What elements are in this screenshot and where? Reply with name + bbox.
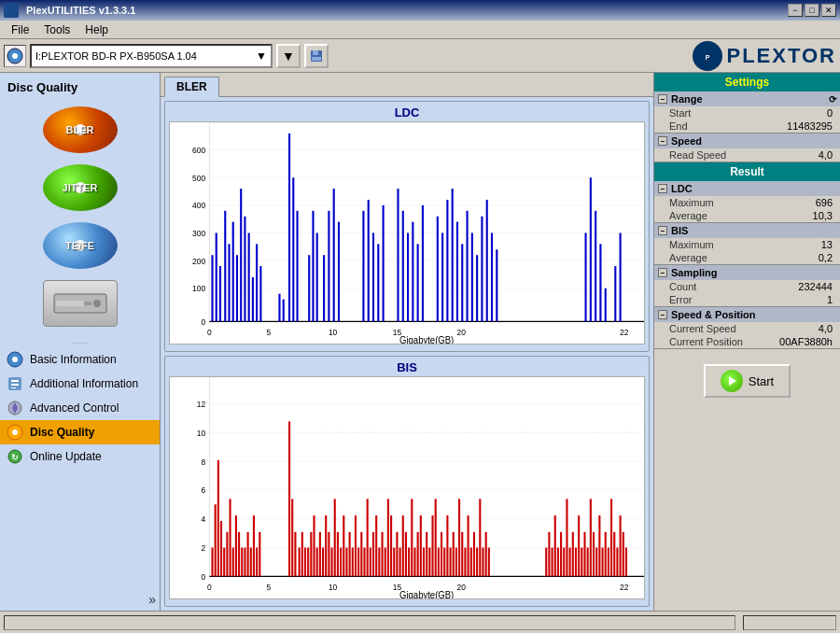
svg-rect-203 <box>473 532 475 576</box>
sidebar-basic-info-label: Basic Information <box>30 353 117 366</box>
bis-section: − BIS Maximum 13 Average 0,2 <box>654 223 840 265</box>
current-speed-value: 4,0 <box>819 323 833 334</box>
app-icon <box>4 3 19 18</box>
disc-jitter-button[interactable]: JITTER <box>34 160 127 216</box>
close-button[interactable]: ✕ <box>821 4 836 17</box>
sampling-collapse-btn[interactable]: − <box>658 268 667 277</box>
tab-bler[interactable]: BLER <box>164 77 219 97</box>
svg-rect-150 <box>316 547 318 576</box>
svg-rect-137 <box>250 547 252 576</box>
plextor-logo: P PLEXTOR <box>693 41 836 71</box>
charts-area: LDC 0 100 200 300 400 500 600 <box>161 97 653 611</box>
svg-rect-99 <box>605 288 607 322</box>
svg-text:10: 10 <box>329 582 337 592</box>
disc-tefe-button[interactable]: TE/FE <box>34 218 127 274</box>
svg-rect-53 <box>240 189 242 321</box>
svg-rect-64 <box>308 255 310 321</box>
bis-chart-title: BIS <box>169 360 645 374</box>
ldc-collapse-btn[interactable]: − <box>658 184 667 193</box>
svg-rect-82 <box>437 217 439 322</box>
start-button-icon <box>721 370 743 392</box>
disc-bler-button[interactable]: BLER <box>34 102 127 158</box>
sampling-error-value: 1 <box>827 294 833 305</box>
svg-rect-211 <box>552 547 553 576</box>
svg-rect-77 <box>402 211 404 321</box>
svg-rect-100 <box>614 266 616 321</box>
svg-rect-199 <box>461 532 463 576</box>
sidebar: Disc Quality BLER JITTER TE/FE <box>0 73 161 611</box>
menu-file[interactable]: File <box>4 21 36 38</box>
save-button[interactable] <box>304 44 329 68</box>
sidebar-item-additional-info[interactable]: Additional Information <box>0 372 160 396</box>
disc-buttons: BLER JITTER TE/FE <box>0 98 160 335</box>
svg-rect-86 <box>456 222 458 322</box>
sidebar-item-disc-quality[interactable]: Disc Quality <box>0 420 160 444</box>
menu-help[interactable]: Help <box>77 21 116 38</box>
current-position-value: 00AF3880h <box>779 336 833 347</box>
speed-collapse-btn[interactable]: − <box>658 136 667 146</box>
svg-rect-193 <box>443 547 445 576</box>
svg-rect-138 <box>253 515 255 576</box>
menu-tools[interactable]: Tools <box>36 21 77 38</box>
speed-section-header: − Speed <box>654 134 840 148</box>
svg-rect-67 <box>323 255 325 321</box>
plextor-brand-text: PLEXTOR <box>726 44 836 68</box>
svg-rect-55 <box>248 233 250 322</box>
svg-text:600: 600 <box>192 146 205 156</box>
drive-selector[interactable]: I:PLEXTOR BD-R PX-B950SA 1.04 ▼ <box>30 44 273 68</box>
svg-rect-196 <box>453 532 455 576</box>
maximize-button[interactable]: □ <box>805 4 819 17</box>
drive-dropdown-arrow[interactable]: ▼ <box>256 49 267 63</box>
svg-text:22: 22 <box>620 582 628 592</box>
svg-text:5: 5 <box>266 327 271 337</box>
svg-text:12: 12 <box>197 400 205 410</box>
range-reset-icon[interactable]: ⟳ <box>829 94 836 105</box>
svg-rect-149 <box>313 515 315 576</box>
status-panel-right <box>743 615 836 630</box>
svg-rect-127 <box>220 521 222 576</box>
svg-rect-184 <box>417 532 419 576</box>
minimize-button[interactable]: − <box>788 4 803 17</box>
svg-rect-101 <box>620 233 622 322</box>
statusbar <box>0 611 840 633</box>
svg-rect-180 <box>405 532 407 576</box>
svg-text:Gigabyte(GB): Gigabyte(GB) <box>399 590 454 598</box>
svg-rect-218 <box>572 532 574 576</box>
disc-drive-button[interactable] <box>34 275 127 331</box>
sampling-count-value: 232444 <box>798 281 833 292</box>
svg-rect-60 <box>283 300 285 322</box>
svg-text:22: 22 <box>620 327 628 337</box>
sampling-label: Sampling <box>671 267 718 278</box>
disc-jitter-label: JITTER <box>63 182 98 193</box>
sidebar-item-basic-info[interactable]: Basic Information <box>0 347 160 372</box>
svg-text:400: 400 <box>192 201 205 211</box>
svg-rect-95 <box>585 233 587 322</box>
svg-point-1 <box>12 53 18 59</box>
svg-rect-216 <box>566 499 567 576</box>
start-button-label: Start <box>749 374 774 388</box>
sidebar-item-advanced-control[interactable]: Advanced Control <box>0 396 160 420</box>
svg-rect-141 <box>288 421 290 576</box>
range-collapse-btn[interactable]: − <box>658 94 667 104</box>
speed-position-collapse-btn[interactable]: − <box>658 310 667 319</box>
svg-rect-133 <box>238 532 240 576</box>
svg-rect-162 <box>352 547 354 576</box>
disc-tefe-icon: TE/FE <box>43 222 118 269</box>
basic-info-icon <box>6 350 24 369</box>
svg-rect-198 <box>458 499 460 576</box>
svg-rect-148 <box>310 532 312 576</box>
start-button[interactable]: Start <box>704 364 791 398</box>
svg-rect-164 <box>357 547 359 576</box>
svg-rect-56 <box>252 277 254 321</box>
sampling-error-row: Error 1 <box>654 293 840 306</box>
svg-rect-230 <box>608 547 609 576</box>
drive-text: I:PLEXTOR BD-R PX-B950SA 1.04 <box>35 50 197 62</box>
svg-rect-185 <box>420 515 422 576</box>
disc-tefe-label: TE/FE <box>65 240 94 251</box>
drive-dropdown-button[interactable]: ▼ <box>276 44 301 68</box>
bis-collapse-btn[interactable]: − <box>658 226 667 235</box>
svg-rect-74 <box>377 244 379 321</box>
svg-rect-224 <box>590 499 592 576</box>
sidebar-expand-button[interactable]: » <box>148 592 156 607</box>
sidebar-item-online-update[interactable]: ↻ Online Update <box>0 444 160 469</box>
